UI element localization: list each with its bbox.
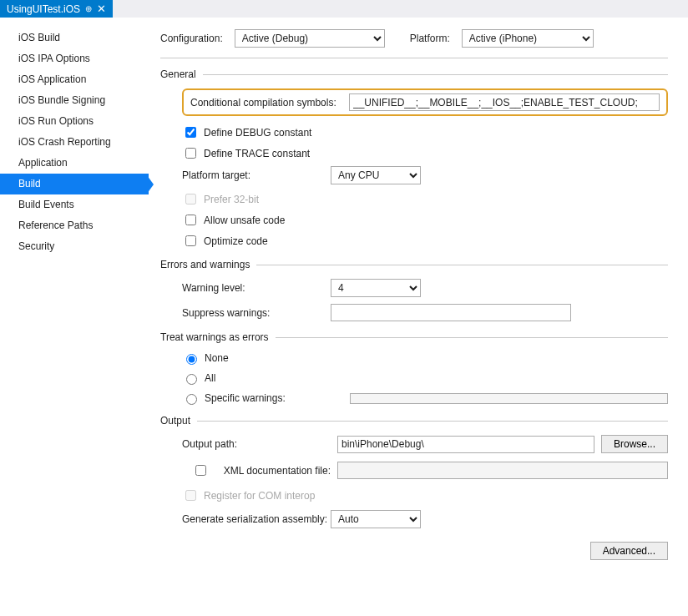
header-separator <box>160 58 668 58</box>
define-debug-checkbox[interactable] <box>185 127 196 138</box>
xml-doc-label: XML documentation file: <box>224 465 331 477</box>
gen-serialization-label: Generate serialization assembly: <box>182 513 331 525</box>
warning-level-label: Warning level: <box>182 282 331 294</box>
prefer-32bit-label: Prefer 32-bit <box>204 194 259 205</box>
allow-unsafe-checkbox[interactable] <box>185 215 196 225</box>
sidebar-item-ios-crash-reporting[interactable]: iOS Crash Reporting <box>0 132 149 153</box>
group-output-title: Output <box>160 415 190 427</box>
warning-level-select[interactable]: 4 <box>331 279 421 297</box>
conditional-symbols-highlight: Conditional compilation symbols: <box>182 88 668 116</box>
prefer-32bit-checkbox <box>185 194 196 204</box>
sidebar-item-ios-run-options[interactable]: iOS Run Options <box>0 111 149 132</box>
document-tab[interactable]: UsingUITest.iOS ⊕ ✕ <box>0 0 113 18</box>
sidebar-item-security[interactable]: Security <box>0 236 149 257</box>
define-trace-label: Define TRACE constant <box>204 148 310 159</box>
tab-title: UsingUITest.iOS <box>7 3 80 15</box>
output-path-label: Output path: <box>182 438 331 450</box>
gen-serialization-select[interactable]: Auto <box>331 510 421 528</box>
group-output: Output <box>160 415 668 427</box>
xml-doc-input <box>337 462 668 479</box>
tab-strip: UsingUITest.iOS ⊕ ✕ <box>0 0 688 18</box>
output-path-input[interactable] <box>337 436 594 453</box>
sidebar-item-application[interactable]: Application <box>0 153 149 174</box>
browse-button[interactable]: Browse... <box>601 435 668 453</box>
treat-all-label: All <box>205 372 345 384</box>
sidebar-item-ios-ipa-options[interactable]: iOS IPA Options <box>0 48 149 69</box>
suppress-warnings-label: Suppress warnings: <box>182 307 331 319</box>
optimize-code-checkbox[interactable] <box>185 235 196 246</box>
pin-icon[interactable]: ⊕ <box>85 4 92 13</box>
group-errors-title: Errors and warnings <box>160 259 250 270</box>
conditional-symbols-input[interactable] <box>349 93 660 111</box>
conditional-symbols-label: Conditional compilation symbols: <box>190 97 342 109</box>
sidebar-item-ios-build[interactable]: iOS Build <box>0 28 149 48</box>
define-trace-checkbox[interactable] <box>185 148 196 159</box>
treat-none-label: None <box>205 352 345 364</box>
sidebar-item-build[interactable]: Build <box>0 174 149 194</box>
configuration-select[interactable]: Active (Debug) <box>235 29 385 48</box>
sidebar-item-ios-application[interactable]: iOS Application <box>0 69 149 90</box>
group-errors: Errors and warnings <box>160 259 668 270</box>
properties-sidebar: iOS Build iOS IPA Options iOS Applicatio… <box>0 18 149 616</box>
define-debug-label: Define DEBUG constant <box>204 127 311 139</box>
advanced-button[interactable]: Advanced... <box>590 542 668 560</box>
sidebar-item-ios-bundle-signing[interactable]: iOS Bundle Signing <box>0 90 149 111</box>
group-general: General <box>160 68 668 80</box>
sidebar-item-build-events[interactable]: Build Events <box>0 194 149 215</box>
content-pane: Configuration: Active (Debug) Platform: … <box>149 18 688 616</box>
register-com-label: Register for COM interop <box>204 490 315 502</box>
treat-none-radio[interactable] <box>186 354 197 365</box>
sidebar-item-reference-paths[interactable]: Reference Paths <box>0 215 149 236</box>
treat-specific-input <box>350 393 668 404</box>
group-treat-title: Treat warnings as errors <box>160 331 269 343</box>
group-general-title: General <box>160 68 196 80</box>
suppress-warnings-input[interactable] <box>331 304 571 321</box>
platform-label: Platform: <box>410 33 450 44</box>
xml-doc-checkbox[interactable] <box>185 465 216 476</box>
platform-target-select[interactable]: Any CPU <box>331 166 421 184</box>
configuration-label: Configuration: <box>160 33 223 44</box>
treat-specific-label: Specific warnings: <box>205 392 345 404</box>
close-icon[interactable]: ✕ <box>97 3 106 15</box>
register-com-checkbox <box>185 490 196 501</box>
optimize-code-label: Optimize code <box>204 235 268 247</box>
allow-unsafe-label: Allow unsafe code <box>204 215 285 226</box>
treat-specific-radio[interactable] <box>186 394 197 405</box>
platform-target-label: Platform target: <box>182 169 331 181</box>
treat-all-radio[interactable] <box>186 374 197 385</box>
platform-select[interactable]: Active (iPhone) <box>462 29 594 48</box>
group-treat-warnings: Treat warnings as errors <box>160 331 668 343</box>
